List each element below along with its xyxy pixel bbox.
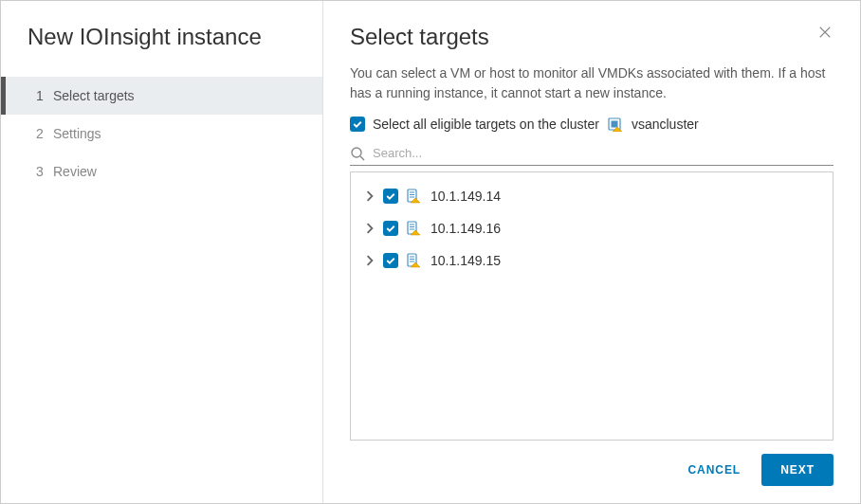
step-label: Settings	[53, 126, 101, 141]
wizard-sidebar: New IOInsight instance 1 Select targets …	[1, 1, 323, 503]
svg-line-4	[360, 156, 364, 160]
checkmark-icon	[385, 190, 396, 202]
step-label: Review	[53, 164, 97, 179]
cluster-name: vsancluster	[632, 117, 699, 132]
host-icon	[406, 253, 421, 268]
target-checkbox[interactable]	[383, 221, 398, 236]
target-label: 10.1.149.14	[430, 189, 501, 204]
target-row[interactable]: 10.1.149.15	[351, 244, 833, 277]
host-icon	[406, 189, 421, 204]
expand-caret[interactable]	[364, 255, 376, 266]
close-icon	[816, 24, 834, 41]
step-number: 3	[36, 164, 53, 179]
checkmark-icon	[352, 118, 363, 130]
step-select-targets[interactable]: 1 Select targets	[1, 77, 322, 115]
close-button[interactable]	[816, 24, 834, 45]
wizard-title: New IOInsight instance	[1, 24, 322, 77]
step-number: 1	[36, 88, 53, 103]
checkmark-icon	[385, 223, 396, 234]
chevron-right-icon	[364, 223, 376, 234]
wizard-dialog: New IOInsight instance 1 Select targets …	[0, 0, 861, 504]
targets-tree: 10.1.149.14 10.1.149.16	[350, 171, 834, 441]
target-row[interactable]: 10.1.149.16	[351, 212, 833, 244]
svg-point-3	[352, 148, 361, 157]
cancel-button[interactable]: CANCEL	[672, 454, 756, 486]
svg-rect-1	[611, 121, 617, 128]
expand-caret[interactable]	[364, 190, 376, 202]
search-icon	[350, 146, 365, 161]
svg-marker-19	[411, 262, 420, 267]
target-row[interactable]: 10.1.149.14	[351, 180, 833, 212]
select-all-label: Select all eligible targets on the clust…	[373, 117, 599, 132]
select-all-row[interactable]: Select all eligible targets on the clust…	[350, 117, 834, 132]
step-review[interactable]: 3 Review	[1, 153, 322, 190]
search-input[interactable]	[371, 145, 834, 161]
host-icon	[406, 221, 421, 236]
step-settings[interactable]: 2 Settings	[1, 115, 322, 153]
target-label: 10.1.149.16	[430, 221, 501, 236]
target-label: 10.1.149.15	[430, 253, 501, 268]
page-description: You can select a VM or host to monitor a…	[350, 63, 834, 103]
chevron-right-icon	[364, 255, 376, 266]
search-field[interactable]	[350, 141, 834, 166]
expand-caret[interactable]	[364, 223, 376, 234]
wizard-content: Select targets You can select a VM or ho…	[323, 1, 860, 503]
svg-marker-9	[411, 198, 420, 203]
target-checkbox[interactable]	[383, 253, 398, 268]
wizard-steps: 1 Select targets 2 Settings 3 Review	[1, 77, 322, 190]
svg-marker-14	[411, 230, 420, 235]
dialog-footer: CANCEL NEXT	[350, 441, 834, 486]
step-number: 2	[36, 126, 53, 141]
target-checkbox[interactable]	[383, 189, 398, 204]
chevron-right-icon	[364, 190, 376, 202]
page-title: Select targets	[350, 24, 834, 50]
checkmark-icon	[385, 255, 396, 266]
select-all-checkbox[interactable]	[350, 117, 365, 132]
cluster-icon	[607, 117, 622, 132]
next-button[interactable]: NEXT	[761, 454, 834, 486]
step-label: Select targets	[53, 88, 135, 103]
